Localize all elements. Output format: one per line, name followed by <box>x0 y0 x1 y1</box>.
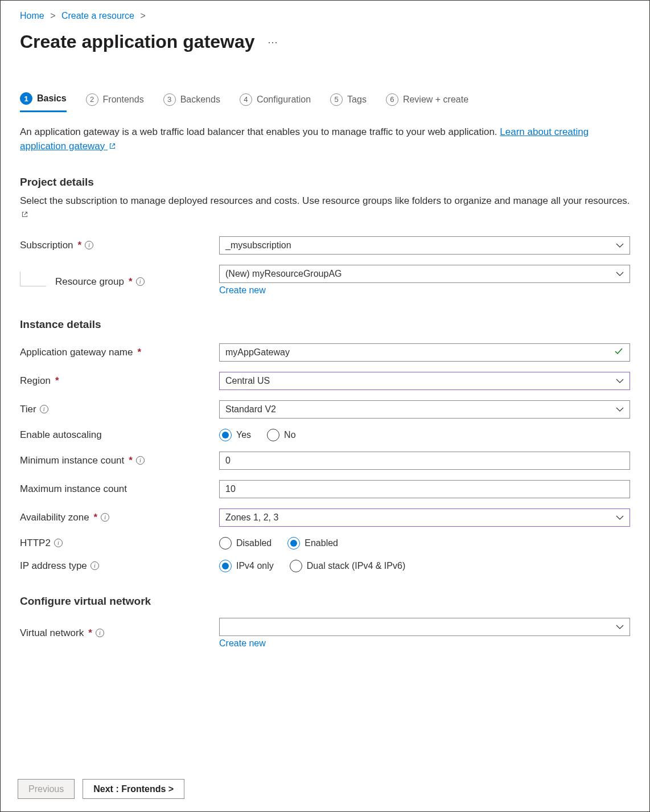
info-icon[interactable]: i <box>90 561 99 570</box>
radio-label: IPv4 only <box>236 561 274 571</box>
radio-label: No <box>284 430 295 440</box>
breadcrumb: Home > Create a resource > <box>20 11 630 21</box>
radio-label: Dual stack (IPv4 & IPv6) <box>307 561 405 571</box>
region-value: Central US <box>225 376 270 386</box>
chevron-down-icon <box>616 379 624 383</box>
wizard-tabs: 1 Basics 2 Frontends 3 Backends 4 Config… <box>20 92 630 113</box>
region-label: Region <box>20 375 51 387</box>
external-link-icon <box>21 211 28 218</box>
subscription-dropdown[interactable]: _mysubscription <box>219 236 630 255</box>
http2-label: HTTP2 <box>20 538 51 549</box>
tab-label: Frontends <box>103 95 144 105</box>
step-number-icon: 2 <box>86 93 98 106</box>
tab-label: Review + create <box>403 95 468 105</box>
gateway-name-label: Application gateway name <box>20 347 133 358</box>
required-icon: * <box>88 628 92 639</box>
breadcrumb-create-resource[interactable]: Create a resource <box>61 11 134 20</box>
subscription-value: _mysubscription <box>225 240 291 251</box>
checkmark-icon <box>614 347 623 358</box>
max-instance-input[interactable] <box>219 480 630 498</box>
tab-label: Basics <box>37 93 67 104</box>
required-icon: * <box>129 455 133 466</box>
ip-type-label: IP address type <box>20 560 87 572</box>
tier-dropdown[interactable]: Standard V2 <box>219 400 630 419</box>
tree-connector-icon <box>20 272 46 286</box>
autoscaling-yes-radio[interactable]: Yes <box>219 429 251 441</box>
radio-label: Enabled <box>305 538 338 548</box>
info-icon[interactable]: i <box>136 277 145 286</box>
intro-span: An application gateway is a web traffic … <box>20 126 500 137</box>
chevron-right-icon: > <box>50 11 55 20</box>
page-title: Create application gateway <box>20 31 255 52</box>
http2-disabled-radio[interactable]: Disabled <box>219 537 271 549</box>
availability-zone-label: Availability zone <box>20 512 89 523</box>
step-number-icon: 1 <box>20 92 32 105</box>
vnet-heading: Configure virtual network <box>20 595 630 608</box>
resource-group-value: (New) myResourceGroupAG <box>225 269 342 279</box>
dual-stack-radio[interactable]: Dual stack (IPv4 & IPv6) <box>290 560 405 572</box>
previous-button: Previous <box>18 779 75 799</box>
chevron-down-icon <box>616 272 624 276</box>
info-icon[interactable]: i <box>136 456 145 465</box>
tab-configuration[interactable]: 4 Configuration <box>240 92 311 112</box>
breadcrumb-home[interactable]: Home <box>20 11 44 20</box>
tab-review-create[interactable]: 6 Review + create <box>386 92 468 112</box>
intro-text: An application gateway is a web traffic … <box>20 125 630 153</box>
external-link-icon <box>109 142 116 150</box>
availability-zone-value: Zones 1, 2, 3 <box>225 512 278 523</box>
max-instance-label: Maximum instance count <box>20 483 127 495</box>
http2-enabled-radio[interactable]: Enabled <box>287 537 338 549</box>
required-icon: * <box>78 240 82 251</box>
tab-tags[interactable]: 5 Tags <box>330 92 367 112</box>
step-number-icon: 3 <box>163 93 176 106</box>
step-number-icon: 4 <box>240 93 252 106</box>
gateway-name-input[interactable] <box>219 343 630 362</box>
subscription-label: Subscription <box>20 240 73 251</box>
chevron-down-icon <box>616 407 624 412</box>
tier-value: Standard V2 <box>225 404 276 415</box>
info-icon[interactable]: i <box>85 241 93 249</box>
virtual-network-label: Virtual network <box>20 628 84 639</box>
ipv4-only-radio[interactable]: IPv4 only <box>219 560 274 572</box>
info-icon[interactable]: i <box>40 405 48 413</box>
tab-label: Configuration <box>257 95 311 105</box>
info-icon[interactable]: i <box>96 629 104 637</box>
step-number-icon: 5 <box>330 93 343 106</box>
more-actions-icon[interactable]: ⋯ <box>268 36 279 48</box>
create-new-vnet-link[interactable]: Create new <box>219 638 266 649</box>
tab-basics[interactable]: 1 Basics <box>20 92 67 112</box>
tab-label: Tags <box>347 95 367 105</box>
info-icon[interactable]: i <box>54 539 63 547</box>
min-instance-label: Minimum instance count <box>20 455 124 466</box>
radio-label: Disabled <box>236 538 271 548</box>
chevron-down-icon <box>616 625 624 629</box>
info-icon[interactable]: i <box>101 513 109 522</box>
autoscaling-no-radio[interactable]: No <box>267 429 295 441</box>
tab-frontends[interactable]: 2 Frontends <box>86 92 144 112</box>
tier-label: Tier <box>20 404 36 415</box>
create-new-resource-group-link[interactable]: Create new <box>219 285 266 296</box>
next-button[interactable]: Next : Frontends > <box>83 779 184 799</box>
autoscaling-label: Enable autoscaling <box>20 429 102 441</box>
tab-backends[interactable]: 3 Backends <box>163 92 220 112</box>
required-icon: * <box>94 512 98 523</box>
step-number-icon: 6 <box>386 93 398 106</box>
resource-group-dropdown[interactable]: (New) myResourceGroupAG <box>219 265 630 283</box>
required-icon: * <box>55 375 59 387</box>
radio-label: Yes <box>236 430 251 440</box>
required-icon: * <box>137 347 141 358</box>
chevron-right-icon: > <box>140 11 145 20</box>
project-details-heading: Project details <box>20 176 630 188</box>
instance-details-heading: Instance details <box>20 318 630 331</box>
project-desc-text: Select the subscription to manage deploy… <box>20 195 630 206</box>
required-icon: * <box>129 276 133 288</box>
chevron-down-icon <box>616 243 624 248</box>
region-dropdown[interactable]: Central US <box>219 372 630 390</box>
availability-zone-dropdown[interactable]: Zones 1, 2, 3 <box>219 508 630 527</box>
resource-group-label: Resource group <box>55 276 124 288</box>
project-details-desc: Select the subscription to manage deploy… <box>20 194 630 222</box>
tab-label: Backends <box>180 95 220 105</box>
chevron-down-icon <box>616 515 624 520</box>
virtual-network-dropdown[interactable] <box>219 618 630 636</box>
min-instance-input[interactable] <box>219 452 630 470</box>
